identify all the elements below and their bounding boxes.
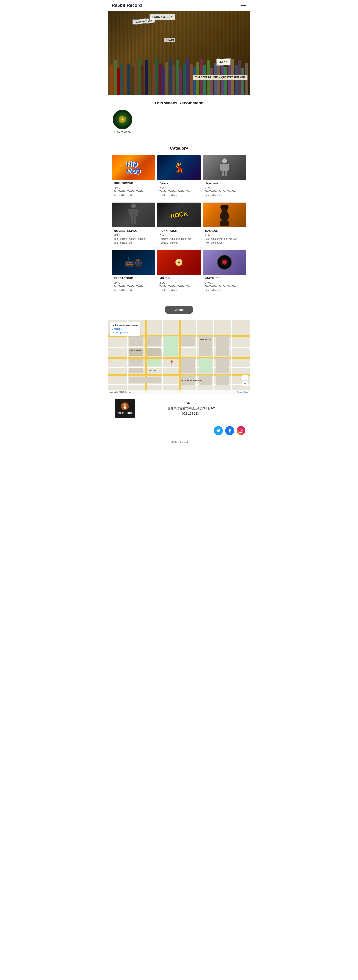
recommend-area: ▶ New release bbox=[108, 110, 250, 138]
mixcd-art-icon: 📀 bbox=[175, 258, 183, 266]
category-grid: HipHop HIP HOP/R&B 2PAC、TextTextTextText… bbox=[108, 155, 250, 295]
instagram-icon bbox=[239, 428, 243, 433]
category-desc-japanese: 2PAC、TextTextTextTextTextTextText TextTe… bbox=[203, 186, 246, 197]
recommend-vinyl-area: ▶ New release bbox=[113, 110, 132, 134]
electronic-art-svg bbox=[124, 254, 143, 271]
map-block1 bbox=[129, 336, 143, 346]
svg-point-22 bbox=[137, 262, 140, 264]
category-desc-house: 2PAC、TextTextTextTextTextTextText TextTe… bbox=[112, 234, 155, 245]
jazz-sign: JAZZ bbox=[216, 58, 231, 66]
category-desc-reggae: 2PAC、TextTextTextTextTextTextText TextTe… bbox=[203, 234, 246, 245]
category-name-hiphop: HIP HOP/R&B bbox=[112, 180, 155, 186]
footer-address: 〒460-8501 愛知県名古屋市中区三の丸3丁目1-2 052-123-123… bbox=[140, 401, 243, 417]
svg-point-13 bbox=[220, 211, 229, 221]
category-desc-electronic: 2PAC、TextTextTextTextTextTextText TextTe… bbox=[112, 281, 155, 292]
category-card-dance[interactable]: 💃 Dance 2PAC、TextTextTextTextTextTextTex… bbox=[157, 155, 200, 200]
map-block10 bbox=[216, 336, 229, 356]
road-v4 bbox=[179, 320, 181, 394]
category-card-japanese[interactable]: Japanese 2PAC、TextTextTextTextTextTextTe… bbox=[203, 155, 247, 200]
svg-rect-10 bbox=[131, 218, 133, 224]
hamburger-menu[interactable] bbox=[241, 4, 247, 7]
reggae-portrait-svg bbox=[216, 204, 233, 226]
park-ave-sign2: PARK AVE CDs bbox=[150, 14, 175, 20]
svg-rect-18 bbox=[130, 262, 132, 263]
svg-rect-2 bbox=[220, 164, 223, 170]
footer-phone: 052-123-1234 bbox=[140, 411, 243, 417]
map-block6 bbox=[129, 368, 143, 373]
map-container[interactable]: 📍 SANNOMARU Nagoya SHIRAKABE KAMITATSUGI… bbox=[108, 320, 250, 394]
category-name-mixcd: MIX CD bbox=[158, 275, 200, 281]
category-image-japanese bbox=[203, 155, 246, 180]
category-card-house[interactable]: HOUSE/TECHNO 2PAC、TextTextTextTextTextTe… bbox=[111, 202, 155, 248]
copyright: ©Rabbit Record bbox=[108, 439, 250, 447]
footer-info: 🐰 Rabbit Record 〒460-8501 愛知県名古屋市中区三の丸3丁… bbox=[108, 394, 250, 423]
map-info-larger[interactable]: View larger map bbox=[112, 331, 138, 334]
svg-rect-23 bbox=[136, 259, 137, 261]
category-name-japanese: Japanese bbox=[203, 180, 246, 186]
map-zoom-controls: + − bbox=[242, 375, 248, 387]
category-image-hiphop: HipHop bbox=[112, 155, 155, 180]
header: Rabbit Record bbox=[108, 0, 250, 11]
svg-rect-17 bbox=[129, 262, 130, 263]
category-card-reggae[interactable]: RAGGAE 2PAC、TextTextTextTextTextTextText… bbox=[203, 202, 247, 248]
contact-button[interactable]: Contact bbox=[165, 305, 194, 314]
vinyl-disc: ▶ bbox=[113, 110, 132, 129]
hero-records bbox=[108, 46, 250, 95]
facebook-button[interactable] bbox=[225, 426, 234, 435]
another-vinyl bbox=[217, 255, 232, 270]
map-block11 bbox=[181, 358, 195, 373]
beats-sign: BEATS bbox=[164, 38, 175, 42]
twitter-icon bbox=[216, 428, 221, 433]
svg-rect-4 bbox=[221, 171, 224, 176]
category-name-another: ANOTHER bbox=[203, 275, 246, 281]
map-info-name: 3-chōme-1-2 Sannomaru bbox=[112, 324, 138, 327]
category-image-mixcd: 📀 bbox=[158, 250, 200, 275]
road-v3 bbox=[162, 320, 163, 394]
footer-logo-icon: 🐰 bbox=[121, 402, 129, 410]
map-zoom-in[interactable]: + bbox=[242, 375, 248, 381]
map-info-directions[interactable]: Directions bbox=[112, 327, 138, 331]
map-label-shirakabe: SHIRAKABE bbox=[200, 339, 211, 340]
category-name-punk: PUNK/ROCK bbox=[158, 227, 200, 234]
category-image-house bbox=[112, 202, 155, 227]
map-park bbox=[147, 360, 161, 366]
map-zoom-out[interactable]: − bbox=[242, 381, 248, 386]
svg-point-6 bbox=[131, 203, 136, 208]
another-vinyl-label bbox=[222, 260, 227, 265]
footer-postal: 〒460-8501 bbox=[140, 401, 243, 406]
footer-logo-name: Rabbit Record bbox=[117, 412, 132, 415]
map-label-sannomaru: SANNOMARU bbox=[129, 350, 142, 352]
map-park3 bbox=[199, 358, 212, 373]
category-desc-mixcd: 2PAC、TextTextTextTextTextTextText TextTe… bbox=[158, 281, 200, 292]
map-block15 bbox=[216, 375, 229, 385]
brubeck-sign: THE DAVE BRUBECK QUARTET TIME OUT bbox=[193, 75, 248, 80]
contact-area: Contact bbox=[108, 298, 250, 320]
recommend-section: This Weeks Recommend ▶ New release bbox=[108, 95, 250, 138]
hamburger-line-2 bbox=[241, 5, 247, 6]
category-card-another[interactable]: ANOTHER 2PAC、TextTextTextTextTextTextTex… bbox=[203, 250, 247, 295]
category-desc-dance: 2PAC、TextTextTextTextTextTextText TextTe… bbox=[158, 186, 200, 197]
map-info-box: 3-chōme-1-2 Sannomaru Directions View la… bbox=[110, 322, 140, 336]
hiphop-art-text: HipHop bbox=[126, 160, 141, 175]
rabbit-icon: 🐰 bbox=[122, 404, 127, 409]
map-terms[interactable]: Terms of use bbox=[237, 391, 248, 393]
road-v7 bbox=[231, 320, 232, 394]
japanese-art-figure bbox=[217, 157, 232, 178]
twitter-button[interactable] bbox=[214, 426, 223, 435]
map-block2 bbox=[147, 336, 161, 346]
category-card-punk[interactable]: ROCK PUNK/ROCK 2PAC、TextTextTextTextText… bbox=[157, 202, 200, 248]
instagram-button[interactable] bbox=[237, 426, 245, 435]
new-release-text: New release bbox=[115, 130, 131, 134]
category-name-reggae: RAGGAE bbox=[203, 227, 246, 234]
category-desc-hiphop: 2PAC、TextTextTextTextTextTextText TextTe… bbox=[112, 186, 155, 197]
category-image-punk: ROCK bbox=[158, 202, 200, 227]
category-section: Category HipHop HIP HOP/R&B 2PAC、TextTex… bbox=[108, 138, 250, 298]
map-label-nagoya: Nagoya bbox=[150, 369, 156, 371]
category-card-electronic[interactable]: ELECTRONIC 2PAC、TextTextTextTextTextText… bbox=[111, 250, 155, 295]
svg-rect-0 bbox=[222, 158, 227, 163]
category-card-hiphop[interactable]: HipHop HIP HOP/R&B 2PAC、TextTextTextText… bbox=[111, 155, 155, 200]
dancer-icon: 💃 bbox=[173, 162, 185, 173]
category-card-mixcd[interactable]: 📀 MIX CD 2PAC、TextTextTextTextTextTextTe… bbox=[157, 250, 200, 295]
svg-rect-24 bbox=[138, 259, 139, 261]
category-name-dance: Dance bbox=[158, 180, 200, 186]
